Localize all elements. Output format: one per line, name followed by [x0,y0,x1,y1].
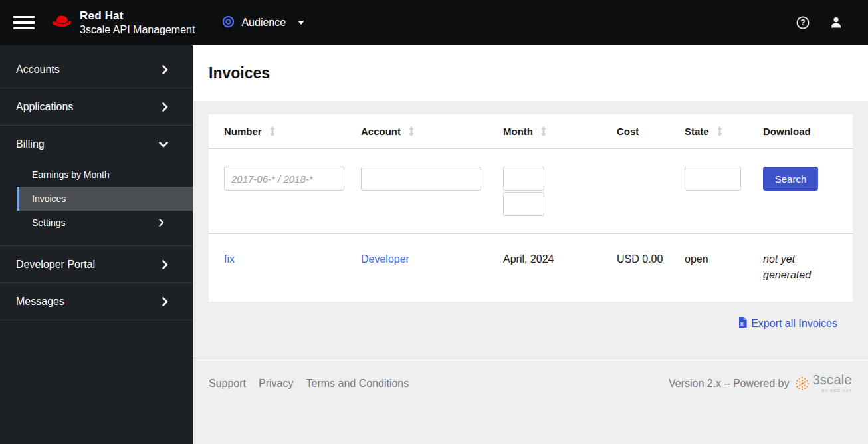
invoices-table: Number Account Month [209,114,853,302]
chevron-right-icon [162,297,168,306]
bullseye-icon [222,15,235,31]
user-menu-button[interactable] [829,16,843,29]
help-icon: ? [796,16,810,29]
page-title: Invoices [209,64,270,82]
chevron-right-icon [162,260,168,269]
page-header: Invoices [193,45,868,101]
svg-text:x: x [740,320,744,327]
chevron-right-icon [159,219,164,227]
context-selector-audience[interactable]: Audience [222,15,304,31]
footer-link-terms[interactable]: Terms and Conditions [306,378,409,389]
threescale-wordmark: 3scale [812,372,852,387]
invoice-download-cell: not yet generated [763,251,837,283]
threescale-globe-icon [794,376,810,391]
column-header-month[interactable]: Month [503,126,617,137]
column-header-number[interactable]: Number [224,126,361,137]
sidebar-item-settings[interactable]: Settings [17,211,193,235]
invoice-state-cell: open [685,251,763,267]
user-icon [829,16,843,29]
main-content: Invoices Number Account Month [193,45,868,444]
sidebar-item-label: Settings [32,217,66,228]
sidebar-item-label: Applications [16,101,73,113]
sidebar-item-earnings-by-month[interactable]: Earnings by Month [17,163,193,187]
export-all-invoices-link[interactable]: x Export all Invoices [738,317,837,330]
footer-link-privacy[interactable]: Privacy [259,378,293,389]
sidebar-item-billing[interactable]: Billing [0,126,193,163]
sort-icon [716,126,723,136]
sort-icon [269,126,276,136]
export-file-icon: x [738,317,747,330]
column-header-state[interactable]: State [685,126,763,137]
state-filter-input[interactable] [685,167,741,191]
chevron-down-icon [159,142,168,148]
sidebar-item-label: Developer Portal [16,259,95,271]
sidebar-item-accounts[interactable]: Accounts [0,51,193,88]
export-row: x Export all Invoices [193,317,837,330]
footer-version-text: Version 2.x – Powered by [669,378,789,389]
footer: Support Privacy Terms and Conditions Ver… [193,358,868,393]
column-header-account[interactable]: Account [361,126,503,137]
month-filter-input-1[interactable] [503,167,544,191]
invoice-month-cell: April, 2024 [503,251,617,267]
svg-text:?: ? [800,18,805,27]
sidebar-item-label: Billing [16,138,45,150]
sidebar-item-label: Earnings by Month [32,169,110,180]
footer-link-support[interactable]: Support [209,378,246,389]
sidebar-item-applications[interactable]: Applications [0,88,193,126]
sidebar-item-messages[interactable]: Messages [0,283,193,320]
invoice-account-link[interactable]: Developer [361,253,409,265]
sort-icon [540,126,547,136]
redhat-fedora-icon [50,13,74,33]
sidebar-group-billing: Billing Earnings by Month Invoices Setti… [0,126,193,246]
brand-name: Red Hat [80,9,195,23]
table-header-row: Number Account Month [209,114,853,149]
table-filter-row: Search [209,149,853,233]
masthead: Red Hat 3scale API Management Audience ? [0,0,868,45]
sidebar-item-label: Messages [16,296,64,308]
number-filter-input[interactable] [224,167,344,191]
sort-icon [408,126,415,136]
sidebar-item-developer-portal[interactable]: Developer Portal [0,246,193,283]
billing-subnav: Earnings by Month Invoices Settings [17,163,193,235]
help-button[interactable]: ? [796,16,810,29]
invoice-cost-cell: USD 0.00 [617,251,685,267]
sidebar-nav: Accounts Applications Billing Earnings b… [0,45,193,444]
table-row: fix Developer April, 2024 USD 0.00 open … [209,233,853,302]
sidebar-item-invoices[interactable]: Invoices [17,187,193,211]
product-name: 3scale API Management [80,23,195,36]
column-header-cost: Cost [617,126,685,137]
sidebar-item-label: Accounts [16,64,60,76]
invoice-number-link[interactable]: fix [224,253,235,265]
chevron-down-icon [298,21,304,25]
context-selector-label: Audience [241,17,286,29]
month-filter-input-2[interactable] [503,192,544,216]
chevron-right-icon [162,65,168,74]
threescale-logo: 3scale BY RED HAT [794,374,852,393]
brand-logo[interactable]: Red Hat 3scale API Management [50,9,195,36]
hamburger-menu-icon[interactable] [13,13,35,33]
threescale-byline: BY RED HAT [812,389,852,393]
sidebar-item-label: Invoices [32,193,66,204]
chevron-right-icon [162,102,168,112]
column-header-download: Download [763,126,837,137]
search-button[interactable]: Search [763,167,818,191]
account-filter-input[interactable] [361,167,481,191]
